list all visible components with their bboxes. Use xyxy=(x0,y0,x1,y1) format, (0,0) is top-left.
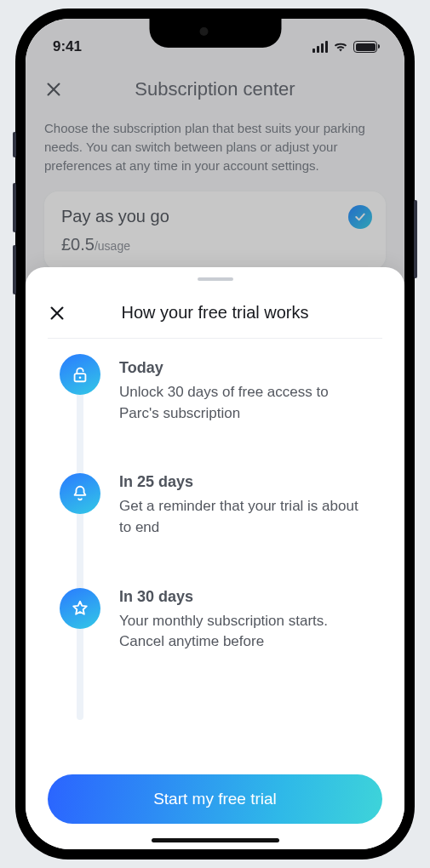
timeline-step-today: Today Unlock 30 days of free access to P… xyxy=(48,359,382,424)
phone-silence-switch xyxy=(13,132,16,157)
divider xyxy=(48,338,382,339)
phone-volume-up xyxy=(13,183,16,232)
home-indicator[interactable] xyxy=(152,838,279,842)
timeline-step-reminder: In 25 days Get a reminder that your tria… xyxy=(48,473,382,538)
wifi-icon xyxy=(333,41,348,53)
battery-icon xyxy=(353,41,377,53)
status-time: 9:41 xyxy=(53,38,82,55)
step-text: Get a reminder that your trial is about … xyxy=(119,496,366,538)
phone-notch xyxy=(149,19,281,48)
sheet-grabber[interactable] xyxy=(198,277,233,281)
cellular-signal-icon xyxy=(312,41,328,53)
step-label: Today xyxy=(119,359,366,377)
sheet-title: How your free trial works xyxy=(66,303,364,323)
start-free-trial-button[interactable]: Start my free trial xyxy=(48,774,382,824)
bell-icon xyxy=(60,473,100,514)
free-trial-sheet: How your free trial works Today Unlock 3… xyxy=(26,267,404,849)
step-text: Your monthly subscription starts. Cancel… xyxy=(119,611,366,653)
svg-point-1 xyxy=(79,376,82,379)
step-text: Unlock 30 days of free access to Parc's … xyxy=(119,382,366,424)
unlock-icon xyxy=(60,354,100,395)
step-label: In 30 days xyxy=(119,588,366,606)
trial-timeline: Today Unlock 30 days of free access to P… xyxy=(48,359,382,771)
phone-power-button xyxy=(414,200,417,278)
star-icon xyxy=(60,588,100,629)
timeline-step-start: In 30 days Your monthly subscription sta… xyxy=(48,588,382,653)
timeline-track xyxy=(77,386,83,720)
sheet-close-icon[interactable] xyxy=(48,304,66,323)
step-label: In 25 days xyxy=(119,473,366,491)
phone-volume-down xyxy=(13,245,16,294)
